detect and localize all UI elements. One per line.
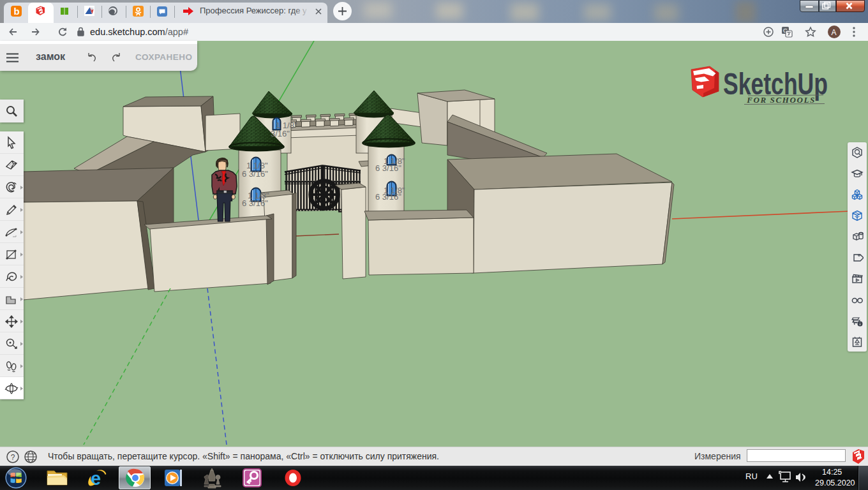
svg-text:6 3/16": 6 3/16"	[242, 198, 268, 208]
svg-text:b: b	[14, 6, 20, 17]
svg-text:6 3/16": 6 3/16"	[375, 192, 401, 202]
svg-text:?: ?	[11, 453, 15, 462]
svg-text:6 3/16": 6 3/16"	[242, 169, 268, 179]
svg-text:A: A	[832, 28, 837, 37]
svg-text:6 3/16": 6 3/16"	[375, 163, 401, 173]
svg-text:FOR SCHOOLS: FOR SCHOOLS	[746, 95, 816, 105]
svg-text:3/16": 3/16"	[271, 129, 290, 138]
